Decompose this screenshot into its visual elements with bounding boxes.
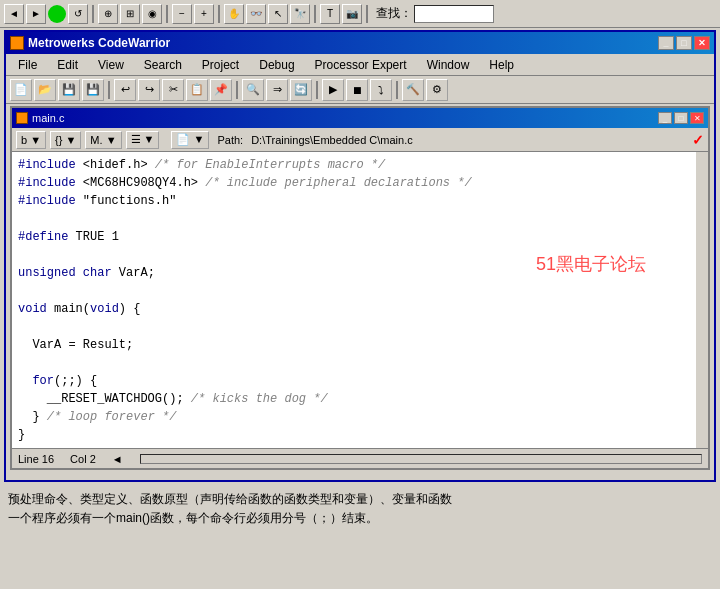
make-button[interactable]: ⚙	[426, 79, 448, 101]
code-line-15: } /* loop forever */	[18, 408, 690, 426]
save-button[interactable]: 💾	[58, 79, 80, 101]
code-line-1: #include <hidef.h> /* for EnableInterrup…	[18, 156, 690, 174]
code-line-3: #include "functions.h"	[18, 192, 690, 210]
new-file-button[interactable]: 📄	[10, 79, 32, 101]
text-button[interactable]: T	[320, 4, 340, 24]
nav-button2[interactable]: ◉	[142, 4, 162, 24]
ide-title: Metrowerks CodeWarrior	[28, 36, 658, 50]
open-button[interactable]: 📂	[34, 79, 56, 101]
code-window: main.c _ □ ✕ b ▼ {} ▼ M. ▼ ☰ ▼ 📄 ▼ Path:…	[10, 106, 710, 470]
watermark: 51黑电子论坛	[536, 252, 646, 276]
save-all-button[interactable]: 💾	[82, 79, 104, 101]
separator	[92, 5, 94, 23]
window-controls: _ □ ✕	[658, 36, 710, 50]
replace-button[interactable]: 🔄	[290, 79, 312, 101]
code-window-controls: _ □ ✕	[658, 112, 704, 124]
separator2	[166, 5, 168, 23]
find-button[interactable]: 🔍	[242, 79, 264, 101]
path-value: D:\Trainings\Embedded C\main.c	[251, 134, 413, 146]
undo-button[interactable]: ↩	[114, 79, 136, 101]
code-toolbar: b ▼ {} ▼ M. ▼ ☰ ▼ 📄 ▼ Path: D:\Trainings…	[12, 128, 708, 152]
build-button[interactable]: 🔨	[402, 79, 424, 101]
bottom-line1: 预处理命令、类型定义、函数原型（声明传给函数的函数类型和变量）、变量和函数	[8, 490, 712, 509]
menu-search[interactable]: Search	[136, 56, 190, 74]
menu-processor-expert[interactable]: Processor Expert	[307, 56, 415, 74]
ide-titlebar: Metrowerks CodeWarrior _ □ ✕	[6, 32, 714, 54]
paste-button[interactable]: 📌	[210, 79, 232, 101]
maximize-button[interactable]: □	[676, 36, 692, 50]
menu-view[interactable]: View	[90, 56, 132, 74]
back-button[interactable]: ◄	[4, 4, 24, 24]
bookmark-button[interactable]: b ▼	[16, 131, 46, 149]
settings-button[interactable]: ☰ ▼	[126, 131, 160, 149]
code-line-13: for(;;) {	[18, 372, 690, 390]
bottom-line2: 一个程序必须有一个main()函数，每个命令行必须用分号（；）结束。	[8, 509, 712, 528]
zoom-in-button[interactable]: ⊕	[98, 4, 118, 24]
code-window-title: main.c	[32, 112, 64, 124]
code-line-16: }	[18, 426, 690, 444]
toolbar2: 📄 📂 💾 💾 ↩ ↪ ✂ 📋 📌 🔍 ⇒ 🔄 ▶ ⏹ ⤵ 🔨 ⚙	[6, 76, 714, 104]
function-button[interactable]: M. ▼	[85, 131, 121, 149]
check-icon: ✓	[692, 132, 704, 148]
sep-t3	[236, 81, 238, 99]
code-line-11: VarA = Result;	[18, 336, 690, 354]
menu-help[interactable]: Help	[481, 56, 522, 74]
camera-button[interactable]: 📷	[342, 4, 362, 24]
menu-edit[interactable]: Edit	[49, 56, 86, 74]
menu-bar: File Edit View Search Project Debug Proc…	[6, 54, 714, 76]
braces-button[interactable]: {} ▼	[50, 131, 81, 149]
menu-project[interactable]: Project	[194, 56, 247, 74]
step-button[interactable]: ⤵	[370, 79, 392, 101]
line-indicator: Line 16	[18, 453, 54, 465]
code-minimize[interactable]: _	[658, 112, 672, 124]
code-maximize[interactable]: □	[674, 112, 688, 124]
minus-button[interactable]: −	[172, 4, 192, 24]
browser-toolbar: ◄ ► ↺ ⊕ ⊞ ◉ − + ✋ 👓 ↖ 🔭 T 📷 查找：	[0, 0, 720, 28]
code-line-14: __RESET_WATCHDOG(); /* kicks the dog */	[18, 390, 690, 408]
code-line-10	[18, 318, 690, 336]
code-area[interactable]: #include <hidef.h> /* for EnableInterrup…	[12, 152, 708, 448]
search-input[interactable]	[414, 5, 494, 23]
file-button[interactable]: 📄 ▼	[171, 131, 209, 149]
debug2-button[interactable]: ⏹	[346, 79, 368, 101]
sep-t2	[108, 81, 110, 99]
cursor-button[interactable]: ↖	[268, 4, 288, 24]
glasses-button[interactable]: 👓	[246, 4, 266, 24]
code-close[interactable]: ✕	[690, 112, 704, 124]
go-button[interactable]	[48, 5, 66, 23]
separator3	[218, 5, 220, 23]
bottom-text: 预处理命令、类型定义、函数原型（声明传给函数的函数类型和变量）、变量和函数 一个…	[0, 484, 720, 534]
close-button[interactable]: ✕	[694, 36, 710, 50]
code-line-9: void main(void) {	[18, 300, 690, 318]
minimize-button[interactable]: _	[658, 36, 674, 50]
code-line-2: #include <MC68HC908QY4.h> /* include per…	[18, 174, 690, 192]
code-line-5: #define TRUE 1	[18, 228, 690, 246]
menu-window[interactable]: Window	[419, 56, 478, 74]
separator5	[366, 5, 368, 23]
nav-button[interactable]: ⊞	[120, 4, 140, 24]
sep-t5	[396, 81, 398, 99]
code-titlebar: main.c _ □ ✕	[12, 108, 708, 128]
copy-button[interactable]: 📋	[186, 79, 208, 101]
code-line-12	[18, 354, 690, 372]
scroll-arrow-left[interactable]: ◄	[112, 453, 124, 465]
horizontal-scrollbar[interactable]	[140, 454, 702, 464]
cut-button[interactable]: ✂	[162, 79, 184, 101]
code-line-4	[18, 210, 690, 228]
debug1-button[interactable]: ▶	[322, 79, 344, 101]
menu-file[interactable]: File	[10, 56, 45, 74]
refresh-button[interactable]: ↺	[68, 4, 88, 24]
sep-t4	[316, 81, 318, 99]
separator4	[314, 5, 316, 23]
menu-debug[interactable]: Debug	[251, 56, 302, 74]
redo-button[interactable]: ↪	[138, 79, 160, 101]
search-label: 查找：	[376, 5, 412, 22]
forward-button[interactable]: ►	[26, 4, 46, 24]
col-indicator: Col 2	[70, 453, 96, 465]
plus-button[interactable]: +	[194, 4, 214, 24]
find-next-button[interactable]: ⇒	[266, 79, 288, 101]
ide-icon	[10, 36, 24, 50]
binoculars-button[interactable]: 🔭	[290, 4, 310, 24]
hand-button[interactable]: ✋	[224, 4, 244, 24]
ide-window: Metrowerks CodeWarrior _ □ ✕ File Edit V…	[4, 30, 716, 482]
